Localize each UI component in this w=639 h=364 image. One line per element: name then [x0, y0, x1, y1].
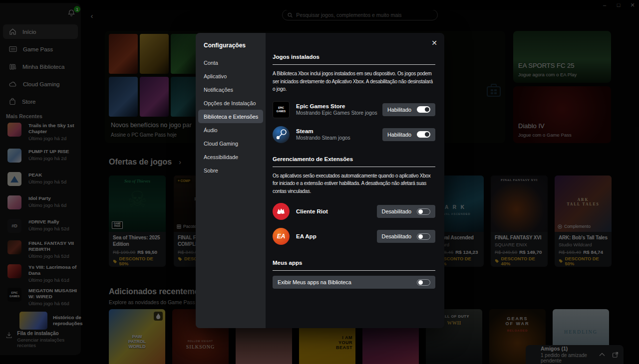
- provider-subtitle: Mostrando Epic Games Store jogos: [296, 110, 377, 116]
- installed-games-heading: Jogos instalados: [273, 54, 435, 60]
- settings-menu: Configurações Conta Aplicativo Notificaç…: [196, 33, 266, 328]
- ea-app-icon: EA: [273, 228, 290, 245]
- riot-toggle-button[interactable]: Desabilitado: [377, 205, 435, 218]
- installed-games-description: A Biblioteca Xbox inclui jogos instalado…: [273, 70, 435, 93]
- settings-title: Configurações: [196, 40, 266, 56]
- dialog-close-button[interactable]: ✕: [431, 39, 437, 47]
- settings-item-audio[interactable]: Áudio: [198, 123, 263, 137]
- settings-dialog: Configurações Conta Aplicativo Notificaç…: [196, 33, 444, 328]
- epic-games-store-row: EPIC GAMES Epic Games Store Mostrando Ep…: [273, 101, 435, 118]
- steam-toggle-button[interactable]: Habilitado: [382, 128, 435, 141]
- settings-content: ✕ Jogos instalados A Biblioteca Xbox inc…: [266, 33, 444, 328]
- toggle-switch[interactable]: [417, 233, 430, 240]
- settings-item-acessibilidade[interactable]: Acessibilidade: [198, 150, 263, 164]
- toggle-switch[interactable]: [417, 106, 430, 113]
- steam-icon: [273, 126, 290, 143]
- provider-name: Epic Games Store: [296, 103, 377, 109]
- xbox-app-window: – □ ✕ ‹ Novos benefícios no jogo par Ass…: [0, 0, 639, 364]
- settings-item-conta[interactable]: Conta: [198, 56, 263, 69]
- extension-name: EA App: [296, 233, 317, 239]
- epic-games-store-icon: EPIC GAMES: [273, 101, 290, 118]
- extensions-description: Os aplicativos serão executados automati…: [273, 172, 435, 195]
- settings-item-sobre[interactable]: Sobre: [198, 164, 263, 177]
- steam-row: Steam Mostrando Steam jogos Habilitado: [273, 126, 435, 143]
- extensions-heading: Gerenciamento de Extensões: [273, 156, 435, 162]
- provider-name: Steam: [296, 128, 350, 134]
- divider: [273, 270, 435, 271]
- epic-toggle-button[interactable]: Habilitado: [382, 103, 435, 116]
- riot-client-row: Cliente Riot Desabilitado: [273, 203, 435, 220]
- toggle-switch[interactable]: [417, 131, 430, 138]
- divider: [273, 167, 435, 167]
- extension-name: Cliente Riot: [296, 208, 328, 214]
- settings-item-cloud-gaming[interactable]: Cloud Gaming: [198, 137, 263, 150]
- settings-item-notificacoes[interactable]: Notificações: [198, 83, 263, 96]
- settings-item-biblioteca-e-extensoes[interactable]: Biblioteca e Extensões: [198, 110, 263, 123]
- toggle-switch[interactable]: [417, 279, 430, 286]
- settings-item-aplicativo[interactable]: Aplicativo: [198, 69, 263, 83]
- my-apps-heading: Meus apps: [273, 260, 435, 266]
- show-my-apps-row[interactable]: Exibir Meus apps na Biblioteca: [273, 276, 435, 289]
- ea-app-row: EA EA App Desabilitado: [273, 228, 435, 245]
- toggle-switch[interactable]: [417, 208, 430, 215]
- divider: [273, 64, 435, 65]
- provider-subtitle: Mostrando Steam jogos: [296, 135, 350, 141]
- settings-item-opcoes-de-instalacao[interactable]: Opções de Instalação: [198, 96, 263, 110]
- ea-toggle-button[interactable]: Desabilitado: [377, 230, 435, 243]
- riot-client-icon: [273, 203, 290, 220]
